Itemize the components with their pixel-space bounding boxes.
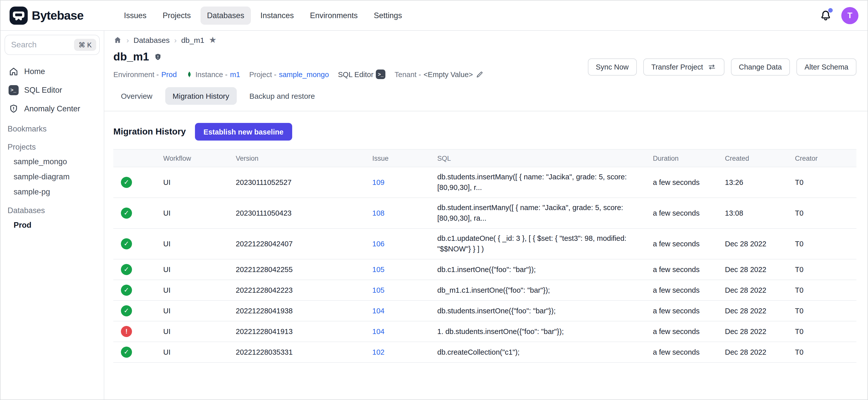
workflow-cell: UI [163,280,236,300]
db-header: db_m1 Environment - Prod [113,50,484,79]
notification-bell-icon[interactable] [819,9,832,22]
instance-link[interactable]: m1 [230,70,240,78]
nav-item-environments[interactable]: Environments [304,6,365,25]
duration-cell: a few seconds [653,234,725,254]
nav-item-instances[interactable]: Instances [254,6,301,25]
sql-cell: db.students.insertMany([ { name: "Jacika… [437,167,653,197]
home-icon [8,66,19,76]
workflow-cell: UI [163,342,236,362]
nav-item-databases[interactable]: Databases [200,6,251,25]
change-data-button[interactable]: Change Data [731,58,790,75]
tab-overview[interactable]: Overview [113,87,160,105]
top-navigation-bar: Bytebase Issues Projects Databases Insta… [0,0,868,31]
nav-item-settings[interactable]: Settings [367,6,408,25]
issue-link[interactable]: 109 [372,178,384,186]
sidebar-item-label: Anomaly Center [24,104,80,113]
tab-backup-and-restore[interactable]: Backup and restore [242,87,322,105]
version-cell: 20221228042407 [236,234,372,254]
tab-migration-history[interactable]: Migration History [165,87,237,105]
issue-link[interactable]: 102 [372,348,384,356]
issue-link[interactable]: 104 [372,327,384,335]
bookmark-star-icon[interactable]: ★ [209,36,217,44]
transfer-project-button[interactable]: Transfer Project [643,58,724,75]
sql-cell: db.c1.updateOne( { _id: 3 }, [ { $set: {… [437,229,653,259]
issue-link[interactable]: 104 [372,307,384,315]
status-icon: ✓ [121,238,132,249]
instance-meta: Instance - m1 [186,70,240,79]
alter-schema-button[interactable]: Alter Schema [797,58,857,75]
search-input[interactable]: Search ⌘ K [4,35,100,55]
table-header-row: Workflow Version Issue SQL Duration Crea… [113,149,857,167]
workflow-cell: UI [163,260,236,279]
home-breadcrumb-icon[interactable] [113,36,122,44]
avatar[interactable]: T [841,7,859,24]
sql-editor-shortcut[interactable]: SQL Editor >_ [338,69,385,79]
sync-now-button[interactable]: Sync Now [588,58,637,75]
issue-link[interactable]: 108 [372,209,384,217]
sidebar-section-bookmarks: Bookmarks [0,118,104,136]
sql-cell: db.createCollection("c1"); [437,342,653,362]
table-row[interactable]: ✓ UI 20230111052527 109 db.students.inse… [113,167,857,198]
project-link[interactable]: sample_mongo [279,70,329,78]
sidebar: Search ⌘ K Home >_ SQL Editor [0,31,104,400]
search-placeholder: Search [11,40,74,50]
nav-item-issues[interactable]: Issues [117,6,153,25]
nav-item-projects[interactable]: Projects [156,6,197,25]
sql-cell: db.c1.insertOne({"foo": "bar"}); [437,260,653,279]
workflow-cell: UI [163,173,236,192]
version-cell: 20221228042255 [236,260,372,279]
duration-cell: a few seconds [653,260,725,279]
transfer-arrows-icon [707,62,716,71]
migration-history-table: Workflow Version Issue SQL Duration Crea… [113,149,857,363]
col-issue: Issue [372,154,437,162]
edit-pencil-icon[interactable] [475,70,484,78]
search-shortcut-badge: ⌘ K [74,39,96,51]
created-cell: Dec 28 2022 [725,301,795,321]
col-version: Version [236,154,372,162]
sidebar-item-anomaly-center[interactable]: Anomaly Center [0,99,104,118]
table-row[interactable]: ✓ UI 20221228035331 102 db.createCollect… [113,342,857,363]
sidebar-project-sample-mongo[interactable]: sample_mongo [0,154,104,169]
status-icon: ! [121,326,132,337]
sidebar-project-sample-pg[interactable]: sample-pg [0,184,104,199]
sidebar-item-label: Home [24,67,45,76]
workflow-cell: UI [163,203,236,223]
establish-new-baseline-button[interactable]: Establish new baseline [195,123,292,141]
main-nav: Issues Projects Databases Instances Envi… [117,6,408,25]
table-row[interactable]: ✓ UI 20221228042255 105 db.c1.insertOne(… [113,259,857,280]
version-cell: 20230111050423 [236,203,372,223]
breadcrumb-databases[interactable]: Databases [133,36,169,44]
tabs-divider [104,111,868,111]
sidebar-database-prod[interactable]: Prod [0,218,104,233]
sidebar-item-home[interactable]: Home [0,62,104,81]
status-icon: ✓ [121,208,132,219]
issue-link[interactable]: 106 [372,240,384,248]
sidebar-section-projects: Projects [0,136,104,154]
shield-badge-icon [154,53,162,61]
creator-cell: T0 [795,342,857,362]
table-row[interactable]: ✓ UI 20230111050423 108 db.student.inser… [113,198,857,229]
sidebar-item-sql-editor[interactable]: >_ SQL Editor [0,81,104,99]
duration-cell: a few seconds [653,301,725,321]
creator-cell: T0 [795,301,857,321]
issue-link[interactable]: 105 [372,286,384,294]
table-row[interactable]: ✓ UI 20221228042223 105 db_m1.c1.insertO… [113,280,857,301]
table-body: ✓ UI 20230111052527 109 db.students.inse… [113,167,857,363]
environment-link[interactable]: Prod [161,70,177,78]
created-cell: Dec 28 2022 [725,260,795,279]
workflow-cell: UI [163,301,236,321]
version-cell: 20221228041913 [236,322,372,341]
mongodb-leaf-icon [186,70,193,79]
table-row[interactable]: ! UI 20221228041913 104 1. db.students.i… [113,321,857,342]
db-meta-row: Environment - Prod Instance - [113,69,484,79]
table-row[interactable]: ✓ UI 20221228042407 106 db.c1.updateOne(… [113,229,857,259]
sql-editor-icon: >_ [376,69,385,79]
issue-link[interactable]: 105 [372,265,384,273]
breadcrumb-db-m1[interactable]: db_m1 [181,36,204,44]
table-row[interactable]: ✓ UI 20221228041938 104 db.students.inse… [113,301,857,321]
creator-cell: T0 [795,203,857,223]
sidebar-project-sample-diagram[interactable]: sample-diagram [0,169,104,184]
terminal-icon: >_ [8,85,19,95]
status-icon: ✓ [121,264,132,275]
brand[interactable]: Bytebase [9,6,108,25]
